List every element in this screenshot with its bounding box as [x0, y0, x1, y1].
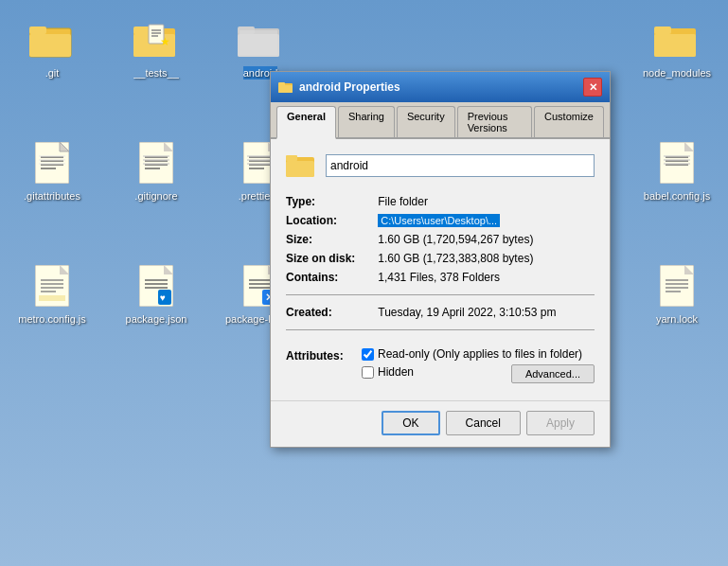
svg-rect-84 [278, 82, 285, 86]
icon-gitignore[interactable]: .gitignore [114, 133, 199, 256]
attributes-row: Attributes: Read-only (Only applies to f… [286, 347, 595, 383]
svg-rect-28 [39, 163, 65, 165]
created-value: Tuesday, 19 April 2022, 3:10:53 pm [378, 303, 595, 322]
dialog-content: Type: File folder Location: C:\Users\use… [271, 139, 610, 400]
type-value: File folder [378, 192, 595, 211]
svg-text:★: ★ [160, 35, 170, 48]
readonly-checkbox[interactable] [362, 348, 374, 361]
size-label: Size: [286, 230, 378, 249]
svg-rect-27 [39, 159, 65, 161]
properties-dialog: android Properties ✕ General Sharing Sec… [270, 71, 611, 448]
icon-metro-config[interactable]: metro.config.js [9, 256, 95, 379]
svg-text:♥: ♥ [160, 292, 166, 303]
svg-rect-2 [29, 34, 71, 57]
close-button[interactable]: ✕ [583, 78, 602, 97]
hidden-row: Hidden [362, 365, 414, 379]
svg-rect-17 [654, 34, 696, 57]
titlebar-left: android Properties [278, 80, 400, 95]
size-on-disk-value: 1.60 GB (1,723,383,808 bytes) [378, 249, 595, 268]
svg-rect-3 [29, 27, 46, 34]
icon-yarn-lock[interactable]: yarn.lock [634, 256, 719, 379]
icon-babel-config[interactable]: babel.config.js [634, 133, 719, 256]
icon-tests[interactable]: ★ __tests__ [114, 9, 199, 133]
tab-previous-versions[interactable]: Previous Versions [457, 106, 532, 137]
attributes-label: Attributes: [286, 349, 362, 363]
svg-rect-52 [664, 155, 690, 157]
folder-icon [286, 152, 316, 179]
svg-rect-6 [133, 27, 151, 34]
svg-rect-61 [39, 295, 65, 301]
ok-button[interactable]: OK [382, 411, 439, 435]
hidden-checkbox[interactable] [362, 366, 374, 379]
dialog-title: android Properties [299, 80, 400, 94]
svg-rect-35 [143, 155, 169, 157]
tab-customize[interactable]: Customize [534, 106, 604, 137]
properties-table: Type: File folder Location: C:\Users\use… [286, 192, 595, 338]
cancel-button[interactable]: Cancel [446, 411, 521, 435]
attributes-checks: Read-only (Only applies to files in fold… [362, 347, 595, 383]
dialog-footer: OK Cancel Apply [271, 400, 610, 447]
tab-security[interactable]: Security [397, 106, 455, 137]
icon-node-modules[interactable]: node_modules [634, 9, 719, 133]
folder-title-icon [278, 80, 293, 95]
type-label: Type: [286, 192, 378, 211]
svg-rect-15 [240, 30, 277, 55]
location-highlight: C:\Users\user\Desktop\... [378, 214, 500, 227]
location-label: Location: [286, 211, 378, 230]
hidden-label: Hidden [378, 365, 414, 379]
location-value: C:\Users\user\Desktop\... [378, 211, 595, 230]
size-on-disk-label: Size on disk: [286, 249, 378, 268]
contains-value: 1,431 Files, 378 Folders [378, 268, 595, 287]
icon-package-json[interactable]: ♥ package.json [114, 256, 199, 379]
icon-git[interactable]: .git [9, 9, 95, 133]
svg-rect-54 [664, 163, 690, 165]
svg-rect-36 [143, 159, 169, 161]
svg-rect-53 [664, 159, 690, 161]
svg-rect-86 [286, 161, 314, 177]
advanced-button[interactable]: Advanced... [511, 364, 595, 383]
size-value: 1.60 GB (1,720,594,267 bytes) [378, 230, 595, 249]
svg-rect-87 [286, 155, 297, 161]
folder-name-row [286, 152, 595, 179]
icon-gitattributes[interactable]: .gitattributes [9, 133, 95, 256]
svg-rect-18 [654, 27, 671, 34]
svg-rect-26 [39, 155, 65, 157]
tab-sharing[interactable]: Sharing [338, 106, 395, 137]
dialog-tabs: General Sharing Security Previous Versio… [271, 102, 610, 139]
readonly-row: Read-only (Only applies to files in fold… [362, 347, 595, 361]
apply-button[interactable]: Apply [526, 411, 595, 435]
tab-general[interactable]: General [276, 106, 336, 139]
contains-label: Contains: [286, 268, 378, 287]
created-label: Created: [286, 303, 378, 322]
folder-name-input[interactable] [326, 154, 595, 177]
readonly-label: Read-only (Only applies to files in fold… [378, 347, 582, 361]
svg-rect-37 [143, 163, 169, 165]
dialog-titlebar: android Properties ✕ [271, 72, 610, 102]
